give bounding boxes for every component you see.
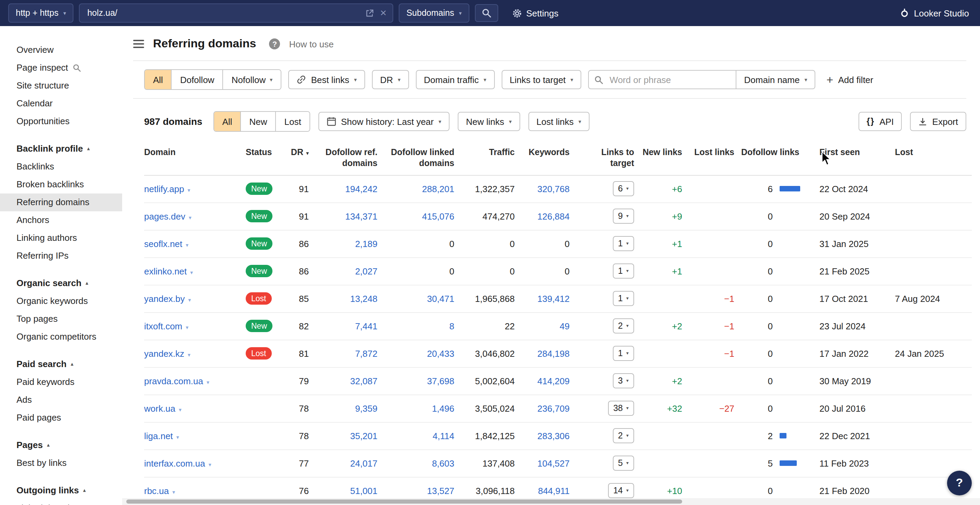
segment-option-all[interactable]: All: [214, 112, 241, 131]
metric-link[interactable]: 7,872: [355, 348, 377, 359]
open-external-icon[interactable]: [365, 9, 374, 17]
settings-button[interactable]: Settings: [512, 8, 558, 18]
col-header-first_seen[interactable]: First seen: [814, 140, 889, 175]
col-header-domain[interactable]: Domain: [144, 140, 246, 175]
metric-link[interactable]: 30,471: [427, 293, 454, 303]
chevron-down-icon[interactable]: ▾: [186, 242, 188, 248]
metric-link[interactable]: 284,198: [537, 348, 570, 359]
links-to-target-filter[interactable]: Links to target ▾: [501, 70, 581, 89]
sidebar-item-linked-domains[interactable]: Linked domains: [0, 500, 122, 505]
sidebar-item-organic-keywords[interactable]: Organic keywords: [0, 292, 122, 310]
sidebar-item-best-by-links[interactable]: Best by links: [0, 454, 122, 472]
domain-link[interactable]: rbc.ua: [144, 486, 169, 496]
chevron-down-icon[interactable]: ▾: [188, 187, 191, 193]
links-to-target-dropdown[interactable]: 1▾: [612, 264, 634, 279]
domain-link[interactable]: exlinko.net: [144, 266, 187, 276]
sidebar-item-page-inspect[interactable]: Page inspect: [0, 59, 122, 77]
metric-link[interactable]: 236,709: [537, 403, 570, 413]
metric-link[interactable]: 13,527: [427, 486, 454, 496]
help-circle-icon[interactable]: ?: [269, 38, 280, 49]
chevron-down-icon[interactable]: ▾: [189, 214, 191, 221]
sidebar-item-calendar[interactable]: Calendar: [0, 95, 122, 113]
sidebar-item-referring-domains[interactable]: Referring domains: [0, 194, 122, 211]
domain-link[interactable]: itxoft.com: [144, 321, 182, 331]
metric-link[interactable]: 7,441: [355, 321, 377, 331]
chevron-down-icon[interactable]: ▾: [188, 352, 191, 358]
domain-link[interactable]: yandex.kz: [144, 348, 184, 359]
metric-link[interactable]: 2,027: [355, 266, 377, 276]
metric-link[interactable]: 9,359: [355, 403, 377, 413]
links-to-target-dropdown[interactable]: 1▾: [612, 346, 634, 361]
chevron-down-icon[interactable]: ▾: [207, 379, 209, 385]
sidebar-item-top-pages[interactable]: Top pages: [0, 310, 122, 328]
metric-link[interactable]: 32,087: [350, 376, 377, 386]
segment-option-new[interactable]: New: [241, 112, 276, 131]
domain-link[interactable]: liga.net: [144, 430, 173, 441]
chevron-down-icon[interactable]: ▾: [177, 434, 179, 440]
col-header-links_to_target[interactable]: Links to target: [576, 140, 641, 175]
metric-link[interactable]: 283,306: [537, 430, 570, 441]
links-to-target-dropdown[interactable]: 6▾: [612, 181, 634, 196]
export-button[interactable]: Export: [910, 112, 966, 131]
metric-link[interactable]: 139,412: [537, 293, 570, 303]
metric-link[interactable]: 8: [450, 321, 454, 331]
domain-link[interactable]: seoflx.net: [144, 238, 182, 249]
metric-link[interactable]: 415,076: [422, 211, 454, 221]
metric-link[interactable]: 24,017: [350, 458, 377, 468]
domain-link[interactable]: interfax.com.ua: [144, 458, 205, 468]
sidebar-item-opportunities[interactable]: Opportunities: [0, 113, 122, 130]
sidebar-section-outgoing-links[interactable]: Outgoing links ▴: [0, 482, 122, 500]
sidebar-section-pages[interactable]: Pages ▴: [0, 437, 122, 454]
search-field-dropdown[interactable]: Domain name ▾: [737, 70, 816, 89]
horizontal-scrollbar-thumb[interactable]: [126, 500, 682, 503]
links-to-target-dropdown[interactable]: 1▾: [612, 236, 634, 251]
metric-link[interactable]: 8,603: [432, 458, 454, 468]
domain-link[interactable]: work.ua: [144, 403, 175, 413]
col-header-lost_links[interactable]: Lost links: [689, 140, 741, 175]
help-button[interactable]: ?: [947, 471, 972, 495]
add-filter-button[interactable]: + Add filter: [822, 73, 878, 86]
sidebar-item-anchors[interactable]: Anchors: [0, 211, 122, 229]
api-button[interactable]: {} API: [858, 112, 902, 131]
word-search-input[interactable]: [608, 74, 730, 86]
domain-link[interactable]: yandex.by: [144, 293, 185, 303]
sidebar-item-linking-authors[interactable]: Linking authors: [0, 229, 122, 247]
metric-link[interactable]: 20,433: [427, 348, 454, 359]
sidebar-item-backlinks[interactable]: Backlinks: [0, 158, 122, 176]
sidebar-item-paid-pages[interactable]: Paid pages: [0, 409, 122, 427]
segment-option-all[interactable]: All: [145, 70, 172, 89]
metric-link[interactable]: 104,527: [537, 458, 570, 468]
chevron-down-icon[interactable]: ▾: [190, 269, 193, 275]
protocol-dropdown[interactable]: http + https ▾: [8, 3, 73, 23]
menu-icon[interactable]: [133, 40, 144, 48]
links-to-target-dropdown[interactable]: 38▾: [608, 401, 634, 416]
metric-link[interactable]: 844,911: [538, 486, 570, 496]
links-to-target-dropdown[interactable]: 3▾: [612, 373, 634, 388]
how-to-use-link[interactable]: How to use: [289, 39, 334, 49]
links-to-target-dropdown[interactable]: 2▾: [612, 428, 634, 443]
best-links-filter[interactable]: Best links ▾: [288, 70, 365, 89]
col-header-dofollow_linked[interactable]: Dofollow linked domains: [384, 140, 461, 175]
metric-link[interactable]: 194,242: [345, 184, 377, 194]
looker-studio-button[interactable]: Looker Studio: [900, 8, 969, 18]
col-header-dofollow_links[interactable]: Dofollow links: [741, 140, 814, 175]
sidebar-section-backlink-profile[interactable]: Backlink profile ▴: [0, 140, 122, 158]
chevron-down-icon[interactable]: ▾: [186, 324, 188, 330]
scope-dropdown[interactable]: Subdomains ▾: [399, 3, 469, 23]
sidebar-item-overview[interactable]: Overview: [0, 41, 122, 59]
metric-link[interactable]: 126,884: [537, 211, 570, 221]
domain-link[interactable]: pravda.com.ua: [144, 376, 203, 386]
show-history-dropdown[interactable]: Show history: Last year ▾: [318, 112, 450, 131]
target-input[interactable]: [86, 8, 359, 19]
new-links-dropdown[interactable]: New links ▾: [458, 112, 520, 131]
metric-link[interactable]: 35,201: [350, 430, 377, 441]
chevron-down-icon[interactable]: ▾: [172, 489, 175, 495]
metric-link[interactable]: 49: [560, 321, 570, 331]
segment-option-lost[interactable]: Lost: [276, 112, 310, 131]
links-to-target-dropdown[interactable]: 2▾: [612, 318, 634, 333]
chevron-down-icon[interactable]: ▾: [179, 407, 181, 413]
links-to-target-dropdown[interactable]: 9▾: [612, 209, 634, 224]
sidebar-item-ads[interactable]: Ads: [0, 391, 122, 409]
sidebar-item-site-structure[interactable]: Site structure: [0, 77, 122, 95]
sidebar-item-organic-competitors[interactable]: Organic competitors: [0, 328, 122, 346]
